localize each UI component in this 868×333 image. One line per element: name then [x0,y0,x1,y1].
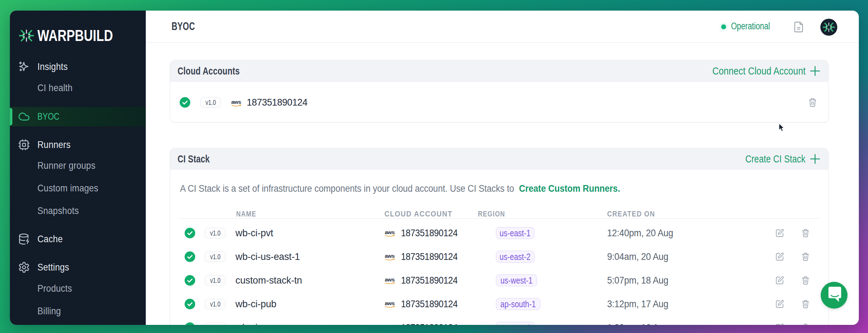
svg-text:WARPBUILD: WARPBUILD [37,28,113,44]
svg-text:aws: aws [231,99,241,105]
svg-text:aws: aws [385,277,395,283]
svg-text:aws: aws [385,253,395,259]
svg-text:aws: aws [385,230,395,235]
svg-text:aws: aws [385,324,395,325]
svg-text:aws: aws [385,301,395,306]
